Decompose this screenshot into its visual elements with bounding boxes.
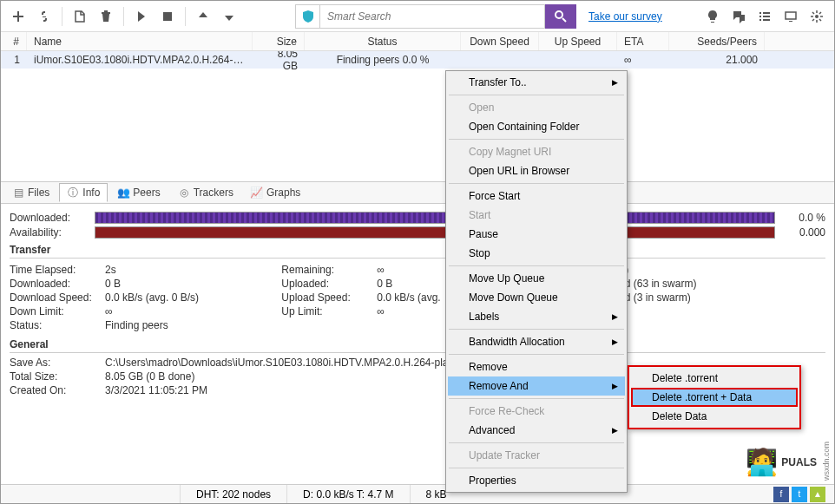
menu-remove[interactable]: Remove (448, 357, 625, 376)
col-up-speed[interactable]: Up Speed (539, 32, 617, 50)
time-elapsed-k: Time Elapsed: (10, 264, 105, 276)
settings-icon[interactable] (805, 4, 829, 29)
search-button[interactable] (545, 4, 576, 29)
separator (62, 7, 62, 26)
general-section-title: General (10, 338, 825, 353)
col-down-speed[interactable]: Down Speed (461, 32, 539, 50)
create-torrent-button[interactable] (68, 4, 92, 29)
downlimit-k: Down Limit: (10, 305, 105, 317)
tab-label: Info (82, 187, 100, 199)
downlimit-v: ∞ (105, 305, 281, 317)
menu-separator (449, 468, 624, 468)
time-elapsed-v: 2s (105, 264, 281, 276)
chevron-right-icon: ▶ (612, 78, 618, 87)
availability-bar (95, 226, 775, 239)
transfer-section-title: Transfer (10, 244, 825, 259)
menu-start: Start (448, 206, 625, 225)
col-eta[interactable]: ETA (617, 32, 669, 50)
rates-status: D: 0.0 kB/s T: 4.7 M (286, 485, 409, 503)
menu-pause[interactable]: Pause (448, 225, 625, 244)
row-seeds-peers: 21.000 (669, 54, 765, 66)
stop-button[interactable] (155, 4, 180, 29)
downloaded-v: 0 B (105, 278, 281, 290)
submenu-delete-torrent-data[interactable]: Delete .torrent + Data (631, 388, 798, 407)
remote-icon[interactable] (779, 4, 803, 29)
dht-status: DHT: 202 nodes (180, 485, 286, 503)
status-bar: DHT: 202 nodes D: 0.0 kB/s T: 4.7 M 8 kB… (1, 484, 834, 503)
start-button[interactable] (129, 4, 154, 29)
svg-rect-2 (786, 12, 796, 19)
availability-label: Availability: (10, 226, 88, 239)
menu-force-recheck: Force Re-Check (448, 402, 625, 421)
row-name: iUmor.S10E03.1080i.HDTV.MPA2.0.H.264-pla… (27, 54, 253, 66)
twitter-icon[interactable]: t (792, 487, 807, 502)
uplimit-k: Up Limit: (281, 305, 377, 317)
separator (185, 7, 186, 26)
availability-val: 0.000 (782, 226, 825, 239)
move-up-button[interactable] (191, 4, 215, 29)
torrent-row[interactable]: 1 iUmor.S10E03.1080i.HDTV.MPA2.0.H.264-p… (1, 51, 834, 69)
menu-transfer-to[interactable]: Transfer To..▶ (448, 73, 625, 92)
menu-labels[interactable]: Labels▶ (448, 307, 625, 326)
submenu-delete-data[interactable]: Delete Data (631, 407, 798, 426)
menu-remove-and[interactable]: Remove And▶ (448, 376, 625, 396)
col-num[interactable]: # (1, 32, 27, 50)
menu-open-url[interactable]: Open URL in Browser (448, 161, 625, 180)
remove-button[interactable] (94, 4, 118, 29)
submenu-delete-torrent[interactable]: Delete .torrent (631, 369, 798, 388)
menu-advanced[interactable]: Advanced▶ (448, 421, 625, 440)
svg-point-3 (815, 15, 819, 18)
menu-properties[interactable]: Properties (448, 471, 625, 490)
move-down-button[interactable] (217, 4, 241, 29)
search-wrap (295, 4, 576, 29)
facebook-icon[interactable]: f (773, 487, 789, 502)
chevron-right-icon: ▶ (612, 382, 618, 390)
list-icon[interactable] (753, 4, 777, 29)
col-seeds-peers[interactable]: Seeds/Peers (669, 32, 765, 50)
dlspeed-v: 0.0 kB/s (avg. 0 B/s) (105, 291, 281, 304)
column-header: # Name Size Status Down Speed Up Speed E… (1, 32, 834, 51)
status-v: Finding peers (105, 319, 281, 331)
tab-info[interactable]: ⓘInfo (59, 183, 108, 202)
downloaded-k: Downloaded: (10, 278, 105, 290)
chat-icon[interactable] (727, 4, 751, 29)
tab-files[interactable]: ▤Files (4, 183, 57, 202)
survey-link[interactable]: Take our survey (588, 10, 662, 23)
menu-move-up[interactable]: Move Up Queue (448, 269, 625, 288)
tab-graphs[interactable]: 📈Graphs (243, 183, 308, 202)
menu-force-start[interactable]: Force Start (448, 187, 625, 206)
col-status[interactable]: Status (305, 32, 461, 50)
info-icon: ⓘ (67, 187, 79, 199)
menu-update-tracker: Update Tracker (448, 446, 625, 465)
menu-open-containing[interactable]: Open Containing Folder (448, 117, 625, 136)
add-torrent-button[interactable] (6, 4, 30, 29)
menu-move-down[interactable]: Move Down Queue (448, 288, 625, 307)
menu-copy-magnet: Copy Magnet URI (448, 142, 625, 161)
shield-icon (295, 4, 319, 29)
row-eta: ∞ (617, 54, 669, 66)
bulb-icon[interactable] (700, 4, 725, 29)
menu-separator (449, 183, 624, 184)
tab-label: Peers (133, 187, 160, 199)
col-size[interactable]: Size (253, 32, 305, 50)
tab-label: Files (28, 187, 49, 199)
menu-bandwidth[interactable]: Bandwidth Allocation▶ (448, 332, 625, 351)
tab-peers[interactable]: 👥Peers (109, 183, 168, 202)
torrent-list: 1 iUmor.S10E03.1080i.HDTV.MPA2.0.H.264-p… (1, 51, 834, 181)
tab-trackers[interactable]: ◎Trackers (170, 183, 241, 202)
add-link-button[interactable] (32, 4, 56, 29)
remaining-k: Remaining: (281, 264, 377, 276)
watermark: 🧑‍💻 PUALS (746, 447, 817, 477)
dlspeed-k: Download Speed: (10, 291, 105, 304)
graphs-icon: 📈 (251, 187, 263, 199)
menu-stop[interactable]: Stop (448, 244, 625, 263)
android-icon[interactable]: ▲ (810, 487, 825, 502)
context-menu: Transfer To..▶ Open Open Containing Fold… (445, 70, 628, 493)
downloaded-label: Downloaded: (10, 212, 88, 224)
search-input[interactable] (319, 4, 545, 29)
watermark-text: PUALS (781, 456, 817, 468)
chevron-right-icon: ▶ (612, 426, 618, 435)
col-name[interactable]: Name (27, 32, 253, 50)
toolbar: Take our survey (1, 1, 834, 32)
chevron-right-icon: ▶ (612, 337, 618, 346)
